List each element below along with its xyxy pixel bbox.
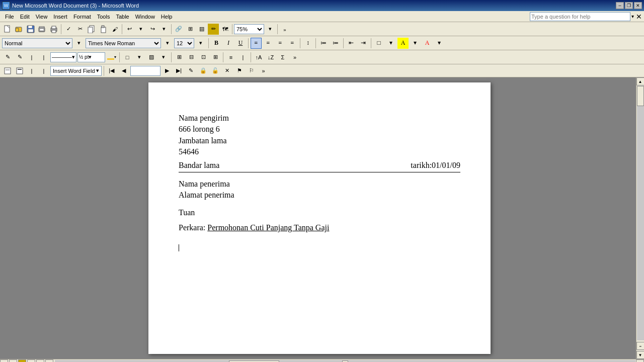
minimize-button[interactable]: –	[616, 2, 624, 9]
page-view-web[interactable]: □	[18, 359, 26, 363]
menu-tools[interactable]: Tools	[94, 13, 113, 21]
sort-desc-btn[interactable]: ↓Z	[265, 52, 276, 63]
insert-word-field-dropdown[interactable]: ▾	[96, 67, 99, 74]
shading-btn[interactable]: ▨	[146, 52, 157, 63]
scroll-up-button[interactable]: ▲	[636, 77, 645, 85]
merge-cells-btn[interactable]: ⊟	[186, 52, 197, 63]
menu-view[interactable]: View	[33, 13, 51, 21]
menu-help[interactable]: Help	[158, 13, 176, 21]
autosum-btn[interactable]: Σ	[277, 52, 288, 63]
scroll-thumb[interactable]	[637, 86, 644, 106]
page-view-normal[interactable]: ≡	[9, 359, 17, 363]
line-weight-dropdown[interactable]: ▾	[89, 54, 92, 60]
copy-button[interactable]	[86, 24, 97, 35]
close-button[interactable]: ✕	[634, 2, 642, 9]
wf-nav-first[interactable]: |◀	[106, 65, 117, 76]
zoom-dropdown-button[interactable]: ▾	[265, 24, 276, 35]
wf-btn11[interactable]: »	[258, 65, 269, 76]
wf-field-box[interactable]	[130, 66, 160, 76]
menu-format[interactable]: Format	[70, 13, 94, 21]
vertical-scrollbar[interactable]: ▲ ━ ▼	[636, 77, 644, 359]
line-spacing-button[interactable]: ↕	[302, 38, 313, 49]
font-color-dropdown-button[interactable]: ▾	[434, 38, 445, 49]
scroll-down-button[interactable]: ▼	[636, 351, 645, 359]
wf-btn9[interactable]: ⚑	[234, 65, 245, 76]
window-controls[interactable]: – ❐ ✕	[616, 2, 642, 9]
wf-btn10[interactable]: ⚐	[246, 65, 257, 76]
zoom-select[interactable]: 75% 100% 150%	[234, 24, 264, 34]
menu-file[interactable]: File	[2, 13, 17, 21]
wf-btn1[interactable]	[2, 65, 13, 76]
wf-btn8[interactable]: ✕	[222, 65, 233, 76]
hscroll-left-button[interactable]: ◀	[0, 359, 8, 363]
help-close-icon[interactable]: ✕	[636, 13, 642, 21]
scroll-split-btn[interactable]: ━	[636, 342, 645, 350]
help-input[interactable]	[530, 12, 630, 21]
drawing-button[interactable]: ✏	[208, 24, 219, 35]
font-color-button[interactable]: A	[422, 38, 433, 49]
border-style-btn[interactable]: □	[122, 52, 133, 63]
open-button[interactable]	[14, 24, 25, 35]
hscroll-right-button[interactable]: ▶	[636, 359, 644, 363]
outside-border-button[interactable]: □	[373, 38, 384, 49]
bullets-button[interactable]: ≔	[318, 38, 329, 49]
more-button[interactable]: »	[279, 24, 290, 35]
wf-nav-last[interactable]: ▶|	[174, 65, 185, 76]
save-button[interactable]	[25, 24, 36, 35]
insert-table-btn[interactable]: ⊞	[174, 52, 185, 63]
dist-cols-btn[interactable]: |	[237, 52, 249, 63]
size-dropdown-button[interactable]: ▾	[195, 38, 206, 49]
decrease-indent-button[interactable]: ⇤	[346, 38, 357, 49]
wf-btn2[interactable]	[14, 65, 25, 76]
menu-insert[interactable]: Insert	[50, 13, 70, 21]
italic-button[interactable]: I	[223, 38, 234, 49]
format-painter-button[interactable]: 🖌	[109, 24, 120, 35]
draw-tb-btn1[interactable]: ✎	[2, 52, 13, 63]
new-button[interactable]	[2, 24, 13, 35]
line-color-btn[interactable]: ▾	[106, 52, 117, 63]
table-align-btn[interactable]: ⊞	[210, 52, 221, 63]
draw-tb-btn3[interactable]: |	[26, 52, 37, 63]
numbering-button[interactable]: ≔	[330, 38, 341, 49]
style-select[interactable]: Normal Heading 1 Heading 2	[2, 38, 72, 48]
undo-dropdown-button[interactable]: ▾	[135, 24, 146, 35]
page-view-reading[interactable]: ⊙	[36, 359, 44, 363]
print-button[interactable]	[48, 24, 59, 35]
increase-indent-button[interactable]: ⇥	[358, 38, 369, 49]
sort-asc-btn[interactable]: ↑A	[253, 52, 264, 63]
highlight-button[interactable]: A	[397, 38, 409, 49]
paste-button[interactable]	[98, 24, 109, 35]
restore-button[interactable]: ❐	[625, 2, 633, 9]
align-left-button[interactable]: ≡	[251, 38, 262, 49]
bold-button[interactable]: B	[211, 38, 222, 49]
spell-check-button[interactable]: ✓	[63, 24, 74, 35]
font-dropdown-button[interactable]: ▾	[162, 38, 173, 49]
scroll-track[interactable]	[637, 86, 644, 340]
align-right-button[interactable]: ≡	[275, 38, 286, 49]
more-table-btn[interactable]: »	[289, 52, 300, 63]
menu-edit[interactable]: Edit	[17, 13, 33, 21]
columns-button[interactable]: ▤	[196, 24, 207, 35]
horizontal-scrollbar[interactable]: ◀ ≡ □ ≔ ⊙ ◀ ▶	[0, 359, 644, 362]
menu-table[interactable]: Table	[113, 13, 132, 21]
underline-button[interactable]: U	[235, 38, 246, 49]
border-dropdown-button[interactable]: ▾	[385, 38, 396, 49]
redo-dropdown-button[interactable]: ▾	[158, 24, 170, 35]
wf-nav-next[interactable]: ▶	[162, 65, 173, 76]
menu-window[interactable]: Window	[132, 13, 158, 21]
wf-btn5[interactable]: ✎	[186, 65, 197, 76]
cut-button[interactable]: ✂	[74, 24, 86, 35]
shading-dd[interactable]: ▾	[158, 52, 169, 63]
wf-btn3[interactable]: |	[26, 65, 37, 76]
hscroll-thumb[interactable]	[229, 360, 279, 363]
hyperlink-button[interactable]: 🔗	[173, 24, 184, 35]
insert-word-field-btn[interactable]: Insert Word Field ▾	[50, 66, 102, 76]
hscroll-center[interactable]	[342, 360, 348, 363]
undo-button[interactable]: ↩	[124, 24, 135, 35]
wf-btn6[interactable]: 🔒	[198, 65, 209, 76]
split-cells-btn[interactable]: ⊡	[198, 52, 209, 63]
font-select[interactable]: Times New Roman Arial Calibri	[86, 38, 161, 48]
redo-button[interactable]: ↪	[147, 24, 158, 35]
style-dropdown-button[interactable]: ▾	[73, 38, 85, 49]
draw-tb-btn2[interactable]: ✎	[14, 52, 25, 63]
